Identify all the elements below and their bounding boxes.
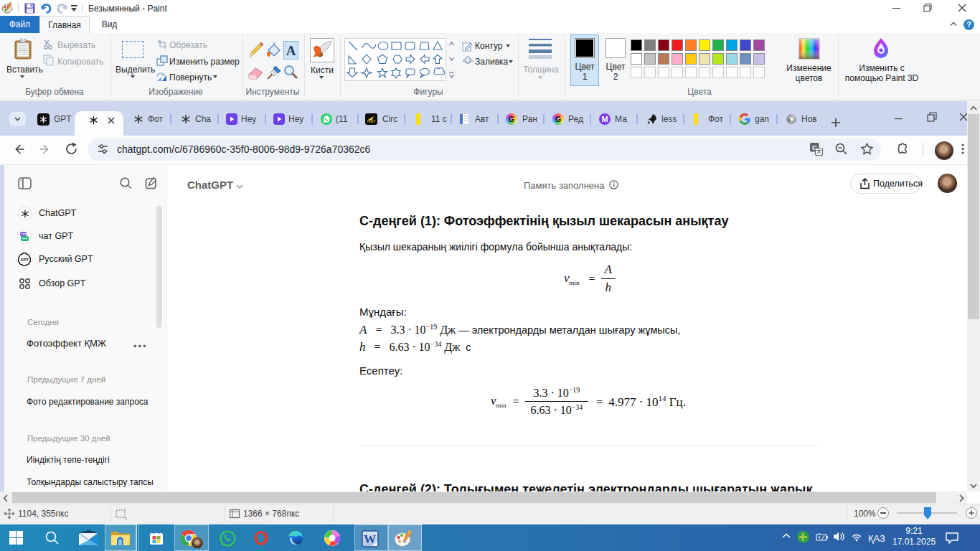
svg-text:GPT: GPT [21, 258, 29, 262]
svg-text:PhET: PhET [367, 120, 376, 123]
svg-text:W: W [364, 532, 376, 546]
